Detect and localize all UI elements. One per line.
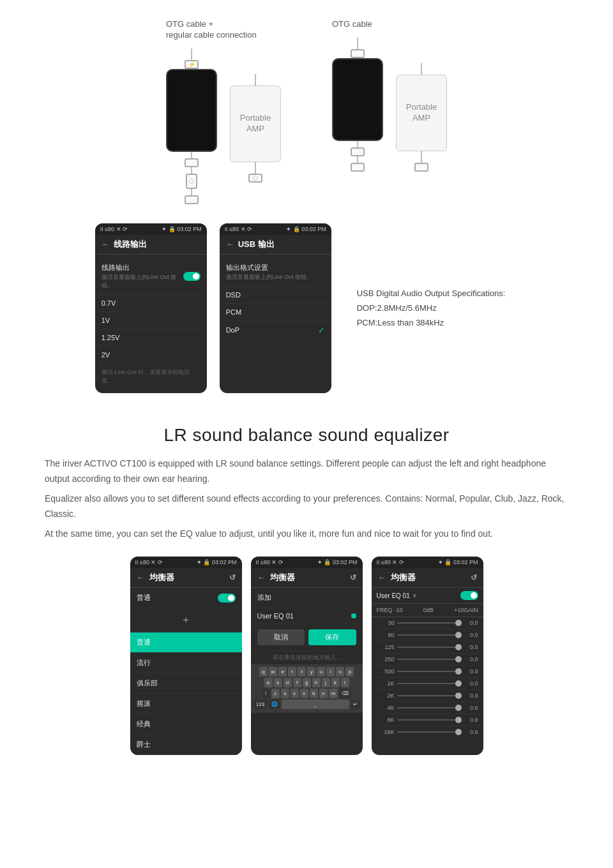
eq-add-row[interactable]: ＋ <box>130 608 242 632</box>
kb-globe-icon[interactable]: 🌐 <box>269 700 280 709</box>
kb-v[interactable]: v <box>300 689 308 698</box>
kb-r[interactable]: r <box>288 667 296 677</box>
eq-user-toggle[interactable] <box>460 591 478 600</box>
eq-chevron-icon: ∨ <box>412 592 417 599</box>
kb-u[interactable]: u <box>317 667 325 677</box>
eq-slider-16k[interactable] <box>397 731 462 733</box>
lineout-screen: II ≤80 ✕ ⟳ ✦ 🔒 03:02 PM ← 线路输出 线路输出 激活音量… <box>95 223 207 393</box>
kb-h[interactable]: h <box>312 678 321 687</box>
eq-add-screen: II ≤80 ✕ ⟳ ✦ 🔒 03:02 PM ← 均衡器 ↺ 添加 User … <box>251 557 363 755</box>
eq-classic[interactable]: 经典 <box>130 714 242 735</box>
kb-y[interactable]: y <box>307 667 315 677</box>
kb-row-2: a s d f g h j k l <box>254 678 360 687</box>
kb-backspace-icon[interactable]: ⌫ <box>339 689 351 698</box>
kb-w[interactable]: w <box>269 667 278 677</box>
eq-list-screen: II ≤80 ✕ ⟳ ✦ 🔒 03:02 PM ← 均衡器 ↺ 普通 ＋ 普通 … <box>130 557 242 755</box>
eq-row-125: 125 0.0 <box>372 641 483 654</box>
eq-add-refresh-icon[interactable]: ↺ <box>350 573 356 582</box>
eq-rock[interactable]: 摇滚 <box>130 694 242 714</box>
eq-note: 请在事先保留的地方输入... <box>251 651 363 664</box>
kb-exclaim[interactable]: ! <box>262 689 270 698</box>
usb-back-icon[interactable]: ← <box>226 239 234 249</box>
eq-add-back-icon[interactable]: ← <box>257 572 266 582</box>
kb-b[interactable]: b <box>310 689 318 698</box>
eq-list-refresh-icon[interactable]: ↺ <box>229 573 236 582</box>
eq-row-30: 30 0.0 <box>372 617 483 629</box>
eq-slider-8k[interactable] <box>397 719 462 721</box>
voltage-0-7[interactable]: 0.7V <box>95 295 207 312</box>
kb-x[interactable]: x <box>281 689 289 698</box>
back-arrow-icon[interactable]: ← <box>102 239 110 249</box>
otg-diagram-1: OTG cable + regular cable connection ⚡ ⬡… <box>166 19 281 204</box>
eq-add-header: ← 均衡器 ↺ <box>251 568 363 588</box>
eq-club[interactable]: 俱乐部 <box>130 673 242 694</box>
eq-active-normal[interactable]: 普通 <box>130 632 242 653</box>
kb-enter-icon[interactable]: ↵ <box>351 700 360 709</box>
pcm-row[interactable]: PCM <box>220 304 331 321</box>
amp-box-1: PortableAMP <box>230 86 281 162</box>
eq-save-button[interactable]: 保存 <box>308 629 356 645</box>
otg-diagram-2-label: OTG cable <box>332 19 372 30</box>
kb-g[interactable]: g <box>303 678 311 687</box>
eq-row-16k: 16K 0.0 <box>372 726 483 738</box>
eq-slider-60[interactable] <box>397 634 462 636</box>
dsd-row[interactable]: DSD <box>220 287 331 304</box>
eq-normal-toggle[interactable] <box>218 594 236 602</box>
eq-slider-1k[interactable] <box>397 683 462 684</box>
kb-z[interactable]: z <box>271 689 280 698</box>
kb-s[interactable]: s <box>274 678 282 687</box>
keyboard: q w e r t y u i o p a s d f g h <box>251 664 363 713</box>
lineout-header: ← 线路输出 <box>95 235 207 255</box>
eq-popular[interactable]: 流行 <box>130 653 242 673</box>
kb-row-1: q w e r t y u i o p <box>254 667 360 677</box>
kb-i[interactable]: i <box>326 667 335 677</box>
eq-normal-row[interactable]: 普通 <box>130 588 242 608</box>
kb-f[interactable]: f <box>293 678 301 687</box>
otg-diagram-2: OTG cable PortableAMP <box>332 19 447 204</box>
eq-slider-2k[interactable] <box>397 695 462 696</box>
kb-m[interactable]: m <box>329 689 338 698</box>
dop-row[interactable]: DoP ✓ <box>220 321 331 340</box>
kb-j[interactable]: j <box>322 678 330 687</box>
usb-body: 输出格式设置 激活音量面板上的Line Out 按钮。 DSD PCM DoP … <box>220 255 331 344</box>
desc-para-1: The iriver ACTIVO CT100 is equipped with… <box>45 456 568 487</box>
eq-slider-125[interactable] <box>397 647 462 648</box>
voltage-1[interactable]: 1V <box>95 312 207 329</box>
usb-format-sub: 激活音量面板上的Line Out 按钮。 <box>226 273 313 281</box>
eq-row-500: 500 0.0 <box>372 666 483 678</box>
kb-n[interactable]: n <box>319 689 328 698</box>
kb-d[interactable]: d <box>284 678 292 687</box>
kb-space[interactable]: _ <box>282 700 349 709</box>
kb-q[interactable]: q <box>259 667 268 677</box>
eq-jazz[interactable]: 爵士 <box>130 735 242 755</box>
eq-slider-250[interactable] <box>397 659 462 660</box>
eq-cancel-button[interactable]: 取消 <box>257 629 305 645</box>
kb-o[interactable]: o <box>336 667 344 677</box>
eq-input-text[interactable]: User EQ 01 <box>257 612 294 620</box>
voltage-2[interactable]: 2V <box>95 347 207 364</box>
eq-adjust-body: User EQ 01 ∨ FREQ -10 0dB +10 GAIN 30 0.… <box>372 588 483 738</box>
eq-slider-30[interactable] <box>397 622 462 624</box>
eq-list-back-icon[interactable]: ← <box>137 572 145 582</box>
kb-c[interactable]: c <box>291 689 299 698</box>
voltage-1-25[interactable]: 1.25V <box>95 329 207 347</box>
kb-t[interactable]: t <box>298 667 306 677</box>
kb-e[interactable]: e <box>278 667 287 677</box>
otg-diagram-1-visual: ⚡ ⬡ PortableAMP ⬡ <box>166 49 281 204</box>
kb-123[interactable]: 123 <box>254 700 268 709</box>
eq-adjust-back-icon[interactable]: ← <box>378 572 386 582</box>
eq-slider-4k[interactable] <box>397 707 462 708</box>
eq-gain-header: GAIN <box>464 607 478 613</box>
kb-p[interactable]: p <box>345 667 354 677</box>
kb-a[interactable]: a <box>264 678 273 687</box>
kb-row-4: 123 🌐 _ ↵ <box>254 700 360 709</box>
eq-adjust-refresh-icon[interactable]: ↺ <box>471 573 477 582</box>
statusbar-right: ✦ 🔒 03:02 PM <box>162 226 202 232</box>
kb-k[interactable]: k <box>331 678 340 687</box>
usb-header: ← USB 输出 <box>220 235 331 255</box>
eq-input-row: User EQ 01 <box>251 608 363 624</box>
lineout-toggle[interactable] <box>183 272 201 281</box>
kb-l[interactable]: l <box>341 678 349 687</box>
otg-diagram-2-visual: PortableAMP <box>332 38 447 172</box>
eq-slider-500[interactable] <box>397 671 462 672</box>
